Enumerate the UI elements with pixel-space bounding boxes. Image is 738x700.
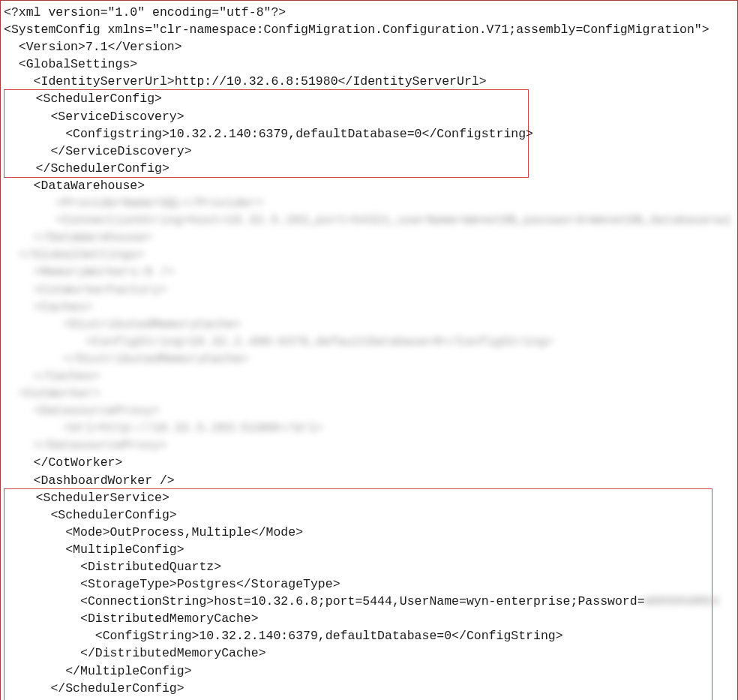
identity-server-url: <IdentityServerUrl>http://10.32.6.8:5198…: [4, 73, 734, 90]
blurred-line: <ConfigString>10.32.2.400:6379,defaultDa…: [4, 333, 734, 350]
multiple-config-open: <MultipleConfig>: [6, 541, 710, 558]
data-warehouse-open: <DataWarehouse>: [4, 177, 734, 194]
connection-string-blurred: W9090S0RD4: [645, 594, 719, 608]
scheduler-config-close-2: </SchedulerConfig>: [6, 680, 710, 697]
config-string-line: <ConfigString>10.32.2.140:6379,defaultDa…: [6, 627, 710, 644]
blurred-line: <ConnectionString>host=10.32.5.203,port=…: [4, 212, 734, 229]
blurred-line: <DistributedMemoryCache>: [4, 316, 734, 333]
service-discovery-close: </ServiceDiscovery>: [6, 143, 526, 160]
blurred-line: </DatasourceProxy>: [4, 437, 734, 454]
xml-document: <?xml version="1.0" encoding="utf-8"?> <…: [0, 0, 738, 700]
scheduler-service-close: <SchedulerService>: [6, 697, 710, 700]
highlight-box-scheduler-service: <SchedulerService> <SchedulerConfig> <Mo…: [4, 488, 712, 700]
scheduler-config-open: <SchedulerConfig>: [6, 90, 526, 107]
configstring-line: <Configstring>10.32.2.140:6379,defaultDa…: [6, 125, 526, 143]
blurred-line: </DistributedMemoryCache>: [4, 350, 734, 368]
xml-declaration: <?xml version="1.0" encoding="utf-8"?>: [4, 4, 734, 21]
blurred-line: </Caches>: [4, 368, 734, 385]
blurred-line: <CotWorker>: [4, 385, 734, 402]
global-settings-open: <GlobalSettings>: [4, 56, 734, 73]
storage-type: <StorageType>Postgres</StorageType>: [6, 575, 710, 593]
blurred-line: <MemoryWorkers:0 />: [4, 263, 734, 281]
version-line: <Version>7.1</Version>: [4, 38, 734, 56]
blurred-line: </DataWarehouse>: [4, 229, 734, 246]
blurred-line: <Url>http://10.32.5.203:51980</Url>: [4, 419, 734, 437]
blurred-line: </GlobalSettings>: [4, 246, 734, 263]
distributed-memory-cache-close: </DistributedMemoryCache>: [6, 644, 710, 662]
mode-line: <Mode>OutProcess,Multiple</Mode>: [6, 524, 710, 541]
cot-worker-close: </CotWorker>: [4, 454, 734, 471]
system-config-open: <SystemConfig xmlns="clr-namespace:Confi…: [4, 21, 734, 38]
highlight-box-scheduler-config: <SchedulerConfig> <ServiceDiscovery> <Co…: [4, 89, 529, 177]
connection-string-line: <ConnectionString>host=10.32.6.8;port=54…: [6, 593, 710, 610]
dashboard-worker: <DashboardWorker />: [4, 472, 734, 489]
blurred-line: <ProviderName>SQL</Provider>: [4, 194, 734, 212]
blurred-line: <CotWorkerFactory>: [4, 281, 734, 299]
scheduler-config-open-2: <SchedulerConfig>: [6, 506, 710, 524]
distributed-quartz: <DistributedQuartz>: [6, 558, 710, 575]
blurred-line: <Caches>: [4, 299, 734, 316]
distributed-memory-cache-open: <DistributedMemoryCache>: [6, 610, 710, 627]
connection-string-prefix: <ConnectionString>host=10.32.6.8;port=54…: [6, 594, 645, 608]
scheduler-config-close: </SchedulerConfig>: [6, 160, 526, 177]
service-discovery-open: <ServiceDiscovery>: [6, 108, 526, 125]
blurred-line: <DatasourceProxy>: [4, 402, 734, 419]
scheduler-service-open: <SchedulerService>: [6, 489, 710, 506]
multiple-config-close: </MultipleConfig>: [6, 662, 710, 680]
